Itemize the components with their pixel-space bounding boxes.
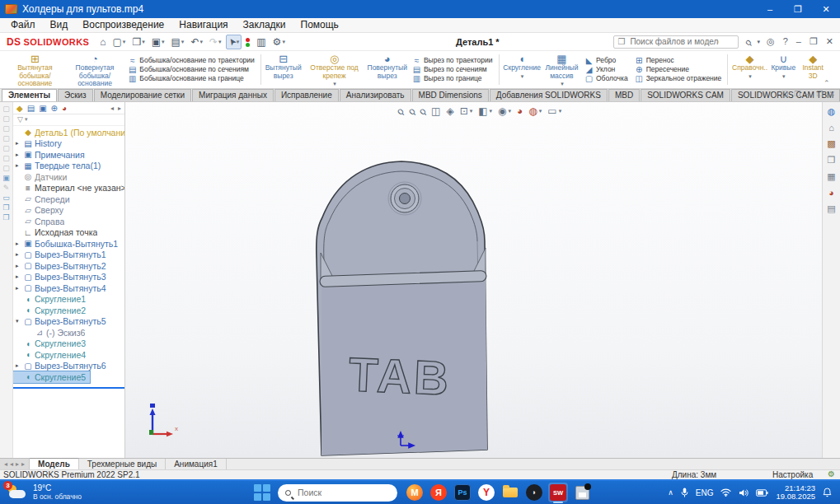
revolved-boss-button[interactable]: ◔ Повернутая бобышка/основание (65, 52, 125, 87)
battery-icon[interactable] (756, 489, 768, 497)
view-orientation-icon[interactable]: ⊡ (460, 106, 473, 116)
menu-item[interactable]: Помощь (293, 18, 346, 32)
last-sheet-icon[interactable]: ▸ (21, 460, 25, 468)
minimize-icon[interactable]: – (796, 36, 801, 47)
view-toolbar-icon[interactable]: ▢ (2, 134, 10, 142)
move-button[interactable]: ⊞ Перенос (635, 56, 722, 65)
tree-item[interactable]: ◖ Скругление5 (13, 371, 90, 383)
view-toolbar-icon[interactable]: ▢ (2, 154, 10, 162)
expand-arrow-icon[interactable]: ▾ (16, 318, 23, 324)
next-sheet-icon[interactable]: ▸ (16, 460, 19, 468)
tree-item[interactable]: ▱ Справа (13, 216, 124, 227)
mirror-button[interactable]: ◫ Зеркальное отражение (635, 74, 722, 83)
dropdown-caret-icon[interactable] (162, 39, 165, 45)
command-tab[interactable]: Моделирование сетки (94, 89, 191, 101)
command-tab[interactable]: Миграция данных (192, 89, 274, 101)
curves-button[interactable]: ∪ Кривые (769, 52, 797, 87)
taskbar-search[interactable] (278, 484, 397, 502)
floppy-icon[interactable] (572, 483, 592, 502)
minimize-icon[interactable]: – (756, 0, 784, 18)
expand-arrow-icon[interactable]: ▸ (16, 285, 23, 292)
display-style-icon[interactable]: ◧ (478, 106, 492, 116)
help-icon[interactable]: ? (783, 36, 788, 47)
shell-button[interactable]: ▢ Оболочка (584, 74, 628, 83)
command-tab[interactable]: MBD Dimensions (412, 89, 489, 101)
tree-item[interactable]: ◖ Скругление3 (13, 338, 124, 350)
taskbar-search-input[interactable] (296, 487, 378, 498)
intersect-button[interactable]: ⊕ Пересечение (635, 65, 722, 74)
tree-item[interactable]: ≡ Материал <не указан> (13, 183, 124, 194)
draft-button[interactable]: ◢ Уклон (584, 65, 628, 74)
app-dark-icon[interactable]: ◗ (524, 483, 544, 502)
select-cursor-icon[interactable]: ➤ (226, 35, 242, 49)
rollback-bar[interactable] (13, 387, 124, 389)
view-toolbar-icon[interactable]: ▢ (2, 164, 10, 172)
reference-geometry-button[interactable]: ◆ Справочн.. (730, 52, 769, 87)
print-icon[interactable]: ▤ (169, 35, 187, 49)
dropdown-caret-icon[interactable] (123, 39, 126, 45)
linear-pattern-button[interactable]: ▦ Линейный массив (542, 52, 581, 87)
view-toolbar-icon[interactable]: ▢ (2, 105, 10, 113)
tabs-scroll-right-icon[interactable]: ▸ (118, 105, 121, 112)
menu-item[interactable]: Вид (43, 18, 76, 32)
tree-item[interactable]: ▸ ▢ Вырез-Вытянуть4 (13, 282, 124, 294)
swept-cut-button[interactable]: ≈ Вырез по траектории (412, 56, 493, 65)
tree-item[interactable]: ⊿ (-) Эскиз6 (13, 327, 124, 338)
dynamic-annotation-icon[interactable]: ◈ (446, 106, 453, 116)
tree-item[interactable]: ◆ Деталь1 (По умолчанию) <<По (13, 127, 124, 138)
expand-arrow-icon[interactable]: ▸ (16, 273, 23, 280)
view-toolbar-icon[interactable]: ▢ (2, 114, 10, 123)
dropdown-caret-icon[interactable] (218, 39, 222, 45)
dropdown-caret-icon[interactable] (199, 39, 203, 45)
expand-arrow-icon[interactable]: ▸ (16, 162, 23, 169)
dropdown-caret-icon[interactable] (509, 108, 512, 114)
menu-item[interactable]: Файл (3, 18, 43, 32)
command-tab[interactable]: Эскиз (58, 89, 93, 101)
home-icon[interactable]: ⌂ (97, 35, 108, 49)
yandex-icon[interactable]: Я (429, 483, 448, 502)
search-magnifier-icon[interactable]: ϙ (743, 36, 753, 47)
command-tab[interactable]: Исправление (275, 89, 339, 101)
extruded-boss-button[interactable]: ⊞ Вытянутая бобышка/основание (5, 52, 65, 87)
sheet-tab[interactable]: Трехмерные виды (79, 459, 166, 469)
fillet-button[interactable]: ◖ Скругление (501, 52, 542, 87)
dropdown-caret-icon[interactable] (142, 39, 145, 45)
menu-item[interactable]: Закладки (236, 18, 293, 32)
dropdown-caret-icon[interactable] (490, 108, 493, 114)
expand-arrow-icon[interactable]: ▸ (16, 152, 23, 158)
clock[interactable]: 21:14:23 19.08.2025 (776, 484, 815, 501)
sheet-tab[interactable]: Анимация1 (166, 459, 227, 469)
edit-appearance-icon[interactable]: ◕ (517, 106, 523, 116)
tree-item[interactable]: ▸ ▤ History (13, 138, 124, 150)
microphone-icon[interactable] (681, 488, 688, 497)
sheet-tab[interactable]: Модель (30, 458, 79, 469)
view-toolbar-icon[interactable]: ❐ (2, 213, 9, 222)
photoshop-icon[interactable]: Ps (453, 483, 472, 502)
zoom-fit-icon[interactable]: ϙ (397, 106, 403, 116)
view-settings-icon[interactable]: ▭ (547, 106, 561, 116)
dropdown-caret-icon[interactable] (470, 108, 473, 114)
yandex-browser-icon[interactable]: Y (476, 483, 496, 502)
lofted-boss-button[interactable]: ▤ Бобышка/основание по сечениям (128, 65, 255, 74)
dropdown-caret-icon[interactable] (333, 80, 336, 88)
tree-item[interactable]: ◖ Скругление1 (13, 294, 124, 306)
hole-wizard-button[interactable]: ◎ Отверстие под крепеж (303, 52, 366, 87)
rebuild-icon[interactable] (243, 35, 252, 49)
weather-widget[interactable]: 3 19°C В осн. облачно (0, 484, 124, 501)
featuremanager-tab-icon[interactable]: ◆ (16, 104, 23, 113)
tray-expand-icon[interactable]: ∧ (668, 488, 673, 497)
graphics-viewport[interactable]: ϙ ϙ ϙ ◫ (125, 102, 822, 458)
tree-item[interactable]: ▸ ▣ Примечания (13, 149, 124, 161)
tabs-scroll-left-icon[interactable]: ◂ (110, 105, 114, 112)
close-icon[interactable]: ✕ (812, 0, 840, 18)
undo-icon[interactable]: ↶ (188, 35, 205, 49)
revolved-cut-button[interactable]: ◕ Повернутый вырез (366, 52, 409, 87)
language-indicator[interactable]: ENG (696, 488, 714, 497)
speaker-icon[interactable] (739, 488, 748, 497)
tree-item[interactable]: ▸ ▣ Бобышка-Вытянуть1 (13, 238, 124, 250)
expand-arrow-icon[interactable]: ▸ (16, 362, 23, 369)
swept-boss-button[interactable]: ≈ Бобышка/основание по траектории (128, 56, 255, 65)
zoom-area-icon[interactable]: ϙ (409, 106, 415, 116)
options-gear-icon[interactable]: ⚙ (270, 35, 288, 49)
tree-item[interactable]: ◖ Скругление4 (13, 349, 124, 361)
